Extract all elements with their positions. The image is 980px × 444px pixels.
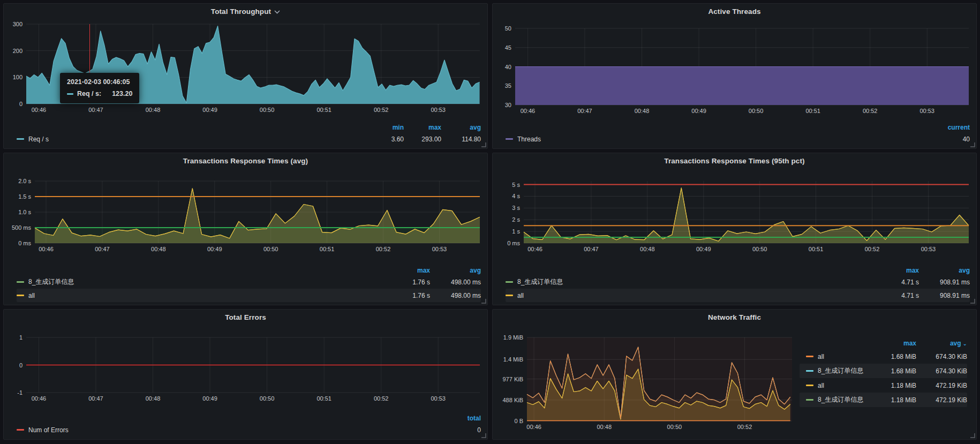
legend-series-name[interactable]: Num of Errors	[28, 426, 69, 434]
panel-resize-handle[interactable]	[970, 299, 975, 304]
legend-series-name[interactable]: 8_生成订单信息	[28, 277, 74, 287]
svg-text:00:48: 00:48	[640, 246, 655, 252]
legend-sort-max[interactable]: max	[393, 267, 430, 274]
svg-text:50: 50	[505, 25, 511, 32]
legend-series-name[interactable]: 8_生成订单信息	[818, 395, 863, 404]
svg-text:00:51: 00:51	[316, 395, 331, 402]
svg-text:00:49: 00:49	[207, 246, 222, 252]
legend-sort-max[interactable]: max	[881, 267, 919, 274]
legend-series-name[interactable]: all	[818, 382, 824, 389]
legend-sort-max[interactable]: max	[404, 124, 441, 131]
panel-title[interactable]: Transactions Response Times (95th pct)	[664, 157, 804, 165]
chart-area[interactable]: 010020030000:4600:4700:4800:4900:5000:51…	[4, 19, 487, 115]
legend-stat-value: 472.19 KiB	[916, 382, 967, 389]
svg-text:00:50: 00:50	[263, 246, 278, 252]
legend-sort-current[interactable]: current	[932, 124, 970, 131]
network-chart-region[interactable]: 0 B488 KiB977 KiB1.4 MiB1.9 MiB00:4600:4…	[493, 325, 800, 440]
series-color-dash	[17, 429, 24, 431]
legend-sort-max[interactable]: max	[871, 340, 916, 347]
svg-text:00:48: 00:48	[151, 246, 166, 252]
panel-network-traffic: Network Traffic 0 B488 KiB977 KiB1.4 MiB…	[492, 309, 977, 440]
svg-text:00:46: 00:46	[39, 246, 54, 252]
panel-header[interactable]: Transactions Response Times (avg)	[4, 153, 487, 168]
svg-text:35: 35	[505, 82, 511, 89]
chart-area[interactable]: -10100:4600:4700:4800:4900:5000:5100:520…	[4, 325, 487, 405]
legend-sort-min[interactable]: min	[370, 124, 404, 131]
panel-header[interactable]: Network Traffic	[493, 310, 976, 325]
svg-text:-1: -1	[17, 389, 22, 396]
legend-sort-avg[interactable]: avg	[430, 267, 481, 274]
legend-series-name[interactable]: all	[517, 292, 524, 299]
panel-resize-handle[interactable]	[481, 142, 486, 147]
legend-stat-value: 908.91 ms	[919, 279, 970, 286]
network-traffic-chart[interactable]: 0 B488 KiB977 KiB1.4 MiB1.9 MiB00:4600:4…	[493, 325, 800, 440]
legend-sort-total[interactable]: total	[443, 415, 481, 422]
svg-text:00:50: 00:50	[667, 424, 682, 430]
panel-header[interactable]: Total Throughput	[4, 4, 487, 19]
legend-row: Req / s3.60293.00114.80	[17, 132, 481, 146]
tooltip-series-name: Req / s:	[77, 90, 101, 97]
tooltip-series-dash	[67, 93, 73, 95]
tooltip-timestamp: 2021-02-03 00:46:05	[67, 78, 132, 86]
series-color-dash	[17, 295, 24, 296]
panel-resize-handle[interactable]	[970, 433, 975, 438]
svg-text:00:48: 00:48	[146, 395, 161, 402]
panel-title[interactable]: Total Throughput	[211, 7, 271, 16]
svg-text:1.0 s: 1.0 s	[18, 209, 31, 215]
legend-sort-avg[interactable]: avg⌄	[916, 340, 967, 347]
panel-total-errors: Total Errors -10100:4600:4700:4800:4900:…	[3, 309, 488, 440]
grafana-dashboard: Total Throughput 010020030000:4600:4700:…	[0, 0, 980, 444]
panel-title[interactable]: Active Threads	[708, 7, 760, 16]
svg-text:00:47: 00:47	[88, 395, 103, 402]
legend-stat-value: 1.18 MiB	[871, 382, 916, 389]
response-times-avg-chart[interactable]: 0 ms500 ms1.0 s1.5 s2.0 s00:4600:4700:48…	[4, 168, 487, 254]
total-errors-chart[interactable]: -10100:4600:4700:4800:4900:5000:5100:520…	[4, 325, 487, 405]
chart-area[interactable]: 0 ms1 s2 s3 s4 s5 s00:4600:4700:4800:490…	[493, 168, 976, 254]
chart-area[interactable]: 303540455000:4600:4700:4800:4900:5000:51…	[493, 19, 976, 115]
legend-series-name[interactable]: 8_生成订单信息	[818, 366, 863, 375]
panel-title[interactable]: Total Errors	[225, 313, 266, 321]
panel-title[interactable]: Transactions Response Times (avg)	[183, 157, 308, 165]
svg-text:00:48: 00:48	[597, 424, 612, 430]
response-times-95pct-chart[interactable]: 0 ms1 s2 s3 s4 s5 s00:4600:4700:4800:490…	[493, 168, 976, 254]
panel-header[interactable]: Transactions Response Times (95th pct)	[493, 153, 976, 168]
panel-header[interactable]: Total Errors	[4, 310, 487, 325]
legend-series-name[interactable]: all	[818, 353, 824, 360]
legend-row: 8_生成订单信息1.18 MiB472.19 KiB	[800, 393, 967, 407]
chart-area[interactable]: 0 ms500 ms1.0 s1.5 s2.0 s00:4600:4700:48…	[4, 168, 487, 254]
svg-text:00:46: 00:46	[526, 424, 541, 430]
legend-stat-value: 498.00 ms	[430, 279, 481, 286]
legend-series-name[interactable]: all	[28, 292, 35, 299]
series-color-dash	[806, 385, 813, 386]
svg-text:00:51: 00:51	[805, 108, 820, 114]
panel-resize-handle[interactable]	[481, 433, 486, 438]
threads-chart[interactable]: 303540455000:4600:4700:4800:4900:5000:51…	[493, 19, 976, 115]
svg-text:1 s: 1 s	[512, 228, 520, 235]
legend-stats-header: minmaxavg	[17, 123, 481, 132]
legend-stat-value: 40	[932, 136, 970, 143]
panel-title[interactable]: Network Traffic	[708, 313, 761, 321]
legend-stats-header: total	[17, 413, 481, 423]
panel-active-threads: Active Threads 303540455000:4600:4700:48…	[492, 3, 977, 149]
panel-resize-handle[interactable]	[970, 142, 975, 147]
legend-series-name[interactable]: Threads	[517, 136, 541, 143]
svg-text:0 ms: 0 ms	[18, 240, 31, 246]
legend: maxavg8_生成订单信息4.71 s908.91 msall4.71 s90…	[493, 266, 976, 305]
legend-row: all4.71 s908.91 ms	[506, 289, 970, 302]
legend-series-name[interactable]: Req / s	[28, 136, 49, 143]
chart-area: 0 B488 KiB977 KiB1.4 MiB1.9 MiB00:4600:4…	[493, 325, 976, 440]
legend-series-name[interactable]: 8_生成订单信息	[517, 277, 563, 287]
graph-tooltip: 2021-02-03 00:46:05 Req / s: 123.20	[60, 73, 139, 103]
svg-text:5 s: 5 s	[512, 182, 520, 188]
legend-sort-avg[interactable]: avg	[919, 267, 970, 274]
svg-text:00:47: 00:47	[95, 246, 110, 252]
legend-stat-value: 1.76 s	[393, 279, 430, 286]
panel-header[interactable]: Active Threads	[493, 4, 976, 19]
legend-sort-avg[interactable]: avg	[441, 124, 481, 131]
panel-resize-handle[interactable]	[481, 299, 486, 304]
svg-text:0: 0	[19, 362, 22, 368]
legend: totalNum of Errors0	[4, 413, 487, 439]
legend-stats-header: maxavg⌄	[800, 337, 967, 349]
svg-text:2 s: 2 s	[512, 216, 520, 223]
panel-total-throughput: Total Throughput 010020030000:4600:4700:…	[3, 3, 488, 149]
